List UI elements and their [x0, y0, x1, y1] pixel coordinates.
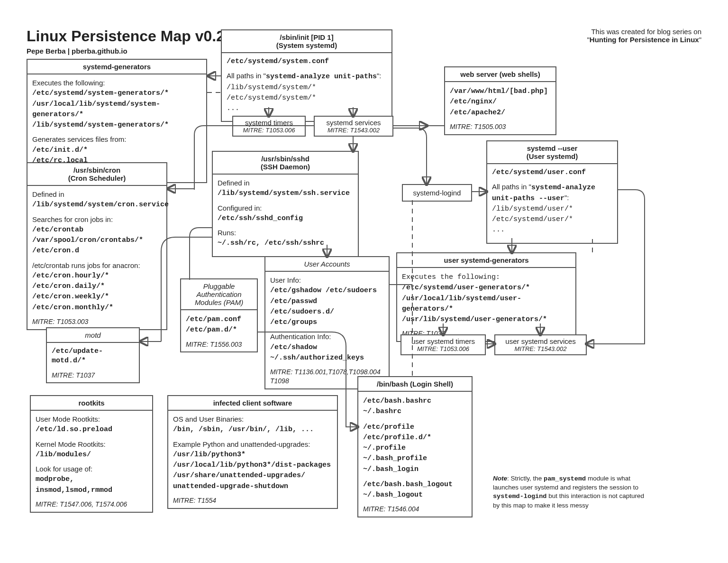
node-systemd-services: systemd servicesMITRE: T1543.002: [314, 116, 393, 137]
node-pam: PluggableAuthenticationModules (PAM) /et…: [180, 278, 258, 352]
node-bash: /bin/bash (Login Shell) /etc/bash.bashrc…: [357, 376, 473, 517]
node-motd: motd /etc/update-motd.d/* MITRE: T1037: [46, 327, 140, 383]
node-systemd-user: systemd --user(User systemd) /etc/system…: [486, 140, 618, 244]
top-note-line1: This was created for blog series on: [587, 28, 701, 36]
node-systemd-logind: systemd-logind: [402, 184, 472, 202]
page-title: Linux Persistence Map v0.2 Pepe Berba | …: [27, 28, 225, 55]
node-rootkits: rootkits User Mode Rootkits:/etc/ld.so.p…: [30, 395, 153, 513]
top-note: This was created for blog series on "Hun…: [587, 28, 701, 44]
node-cron: /usr/sbin/cron(Cron Scheduler) Defined i…: [27, 162, 167, 330]
node-init: /sbin/init [PID 1](System systemd) /etc/…: [221, 29, 392, 122]
author-text: Pepe Berba | pberba.github.io: [27, 47, 225, 55]
node-web-server: web server (web shells) /var/www/html/[b…: [444, 66, 556, 135]
node-user-timers: user systemd timersMITRE: T1053.006: [400, 334, 486, 355]
node-user-accounts: User Accounts User Info: /etc/gshadow /e…: [264, 256, 390, 389]
node-sshd: /usr/sbin/sshd(SSH Daemon) Defined in/li…: [212, 151, 359, 257]
footer-note: Note: Strictly, the pam_systemd module i…: [493, 474, 647, 510]
title-text: Linux Persistence Map v0.2: [27, 28, 225, 45]
node-user-services: user systemd servicesMITRE: T1543.002: [494, 334, 587, 355]
top-note-line2: "Hunting for Persistence in Linux": [587, 36, 701, 44]
node-infected-software: infected client software OS and User Bin…: [167, 395, 338, 509]
node-user-generators: user systemd-generators Executes the fol…: [396, 252, 576, 342]
node-systemd-timers: systemd timersMITRE: T1053.006: [232, 116, 306, 137]
